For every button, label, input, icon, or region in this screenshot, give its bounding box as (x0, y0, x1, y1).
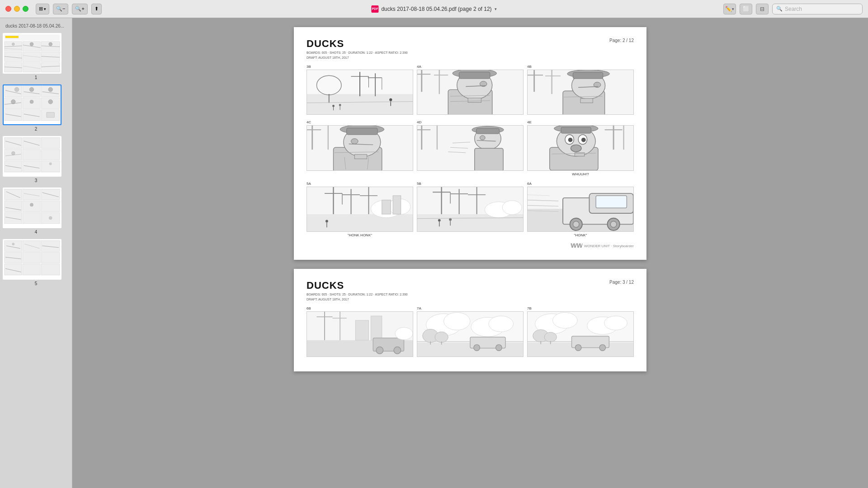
storyboard-row-p3-1: 6B (307, 306, 634, 357)
svg-rect-206 (393, 196, 401, 214)
zoom-in-button[interactable]: 🔍+ (72, 4, 87, 14)
svg-rect-50 (5, 137, 22, 148)
search-label: Search (785, 6, 802, 12)
maximize-button[interactable] (23, 6, 28, 12)
svg-point-279 (544, 333, 557, 342)
panel-img-7b (527, 311, 634, 357)
annotate-dropdown-icon: ▾ (732, 7, 734, 11)
svg-point-25 (49, 42, 52, 46)
title-center: PDF ducks 2017-08-18 05.04.26.pdf (page … (371, 5, 496, 13)
search-icon: 🔍 (776, 6, 783, 12)
view-dropdown-icon: ▾ (44, 7, 46, 11)
fill-sign-button[interactable]: ⬜ (740, 4, 752, 14)
svg-rect-55 (41, 149, 60, 160)
svg-point-79 (30, 203, 33, 206)
svg-rect-168 (476, 129, 500, 134)
sidebar-page-2[interactable]: 2 (3, 84, 69, 131)
panel-img-5b (417, 187, 524, 232)
svg-rect-162 (417, 126, 523, 170)
svg-rect-72 (41, 201, 60, 211)
svg-point-110 (389, 99, 392, 101)
svg-rect-87 (5, 252, 22, 263)
redact-button[interactable]: ⊟ (756, 4, 769, 14)
page-title-2: DUCKS (307, 38, 408, 50)
annotate-button[interactable]: ✏️ ▾ (723, 4, 736, 14)
sidebar-filename: ducks 2017-08-18 05.04.26... (3, 22, 69, 30)
svg-point-272 (604, 316, 627, 330)
panel-5a: 5A (307, 182, 413, 237)
svg-point-231 (573, 221, 579, 227)
panel-img-5a (307, 187, 413, 232)
svg-point-37 (14, 87, 19, 92)
page-num-4: 4 (3, 230, 69, 235)
svg-point-221 (449, 218, 452, 221)
window-title: ducks 2017-08-18 05.04.26.pdf (page 2 of… (381, 6, 491, 12)
search-bar[interactable]: 🔍 Search (772, 4, 863, 14)
svg-point-23 (12, 43, 14, 46)
page-number-2: Page: 2 / 12 (609, 38, 634, 43)
svg-rect-183 (561, 127, 591, 134)
svg-rect-8 (23, 52, 41, 61)
svg-rect-141 (573, 72, 603, 79)
svg-point-203 (326, 220, 328, 222)
panel-label-7a: 7A (417, 306, 524, 310)
thumb-img-2 (3, 84, 61, 125)
svg-rect-129 (468, 98, 481, 103)
svg-rect-34 (23, 110, 41, 121)
thumb-img-1 (3, 33, 61, 74)
titlebar: ⊞ ▾ 🔍− 🔍+ ⬆ PDF ducks 2017-08-18 05.04.2… (0, 0, 868, 18)
svg-rect-229 (596, 196, 627, 208)
panel-4e: 4E (527, 120, 634, 176)
panel-img-4e (527, 125, 634, 170)
storyboard-row-3: 5A (307, 182, 634, 237)
panel-label-6a: 6A (527, 182, 634, 186)
panel-img-4a (417, 70, 524, 115)
svg-point-261 (496, 345, 502, 351)
page-header-2: DUCKS BOARDS: 005 · SHOTS: 25 · DURATION… (307, 38, 634, 60)
footer-ww-icon: 𝕎𝕎 (571, 243, 582, 249)
page-meta-3: BOARDS: 005 · SHOTS: 25 · DURATION: 1:22… (307, 292, 408, 302)
share-button[interactable]: ⬆ (91, 4, 102, 14)
svg-point-65 (49, 163, 52, 165)
svg-rect-2 (5, 36, 19, 38)
zoom-out-button[interactable]: 🔍− (53, 4, 68, 14)
svg-rect-48 (47, 112, 54, 117)
svg-rect-88 (23, 252, 41, 263)
panel-label-5b: 5B (417, 182, 524, 186)
svg-point-61 (11, 151, 15, 155)
svg-rect-67 (5, 189, 22, 200)
sidebar-page-5[interactable]: 5 (3, 239, 69, 286)
traffic-lights (5, 6, 28, 12)
panel-caption-5a: "HONK HONK" (307, 233, 413, 237)
panel-4b: 4B (527, 65, 634, 115)
svg-point-113 (332, 105, 335, 107)
pen-icon: ✏️ (725, 6, 732, 12)
thumb-img-4 (3, 188, 61, 228)
sidebar-page-3[interactable]: 3 (3, 136, 69, 183)
panel-7a: 7A (417, 306, 524, 357)
panel-5b: 5B (417, 182, 524, 237)
svg-point-39 (48, 87, 53, 92)
panel-4a: 4A (417, 65, 524, 115)
svg-rect-91 (23, 264, 41, 275)
svg-rect-205 (382, 200, 391, 214)
svg-rect-7 (5, 52, 22, 61)
storyboard-row-2: 4C (307, 120, 634, 176)
svg-point-38 (29, 87, 34, 92)
svg-rect-57 (23, 161, 41, 172)
svg-point-275 (575, 345, 581, 351)
view-toggle-button[interactable]: ⊞ ▾ (36, 4, 49, 14)
minimize-button[interactable] (14, 6, 20, 12)
close-button[interactable] (5, 6, 11, 12)
svg-point-218 (502, 201, 522, 215)
sidebar-page-4[interactable]: 4 (3, 188, 69, 235)
content-area[interactable]: DUCKS BOARDS: 005 · SHOTS: 25 · DURATION… (72, 18, 868, 488)
svg-rect-74 (23, 213, 41, 224)
sidebar-page-1[interactable]: 1 (3, 33, 69, 80)
panel-img-6b (307, 311, 413, 357)
panel-img-4c (307, 125, 413, 170)
page-title-block: DUCKS BOARDS: 005 · SHOTS: 25 · DURATION… (307, 38, 408, 60)
title-dropdown-icon[interactable]: ▾ (495, 7, 497, 11)
panel-7b: 7B (527, 306, 634, 357)
svg-rect-126 (459, 72, 490, 79)
